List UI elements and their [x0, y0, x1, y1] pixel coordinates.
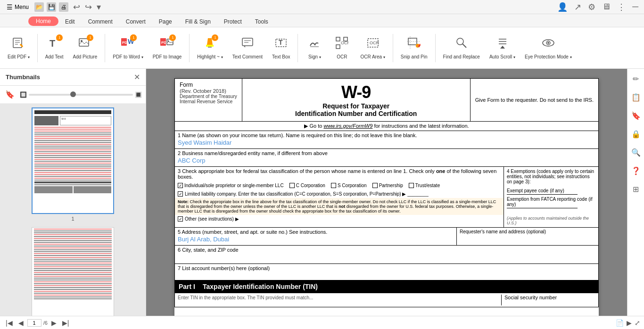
tab-protect[interactable]: Protect — [217, 16, 248, 27]
tin-row: Enter TIN in the appropriate box. The TI… — [174, 293, 599, 307]
field3-label: 3 Check appropriate box for federal tax … — [175, 167, 504, 181]
field2-row: 2 Business name/disregarded entity name,… — [174, 148, 599, 166]
zoom-in-icon: 🔳 — [135, 91, 142, 98]
account-icon[interactable]: 👤 — [555, 1, 570, 13]
right-stamp-icon[interactable]: 🔒 — [629, 128, 643, 140]
next-page-button[interactable]: ▶ — [50, 318, 58, 328]
share-icon[interactable]: ↗ — [572, 1, 583, 13]
form-subtitle: Identification Number and Certification — [246, 110, 466, 117]
highlight-tool[interactable]: 1 Highlight ~ ▾ — [193, 30, 226, 66]
separator-5 — [393, 34, 393, 62]
tab-comment[interactable]: Comment — [82, 16, 119, 27]
undo-button[interactable]: ↩ — [71, 1, 82, 13]
tab-page[interactable]: Page — [152, 16, 179, 27]
tab-convert[interactable]: Convert — [119, 16, 152, 27]
right-bookmark-icon[interactable]: 🔖 — [629, 109, 643, 122]
more-icon[interactable]: ⋮ — [615, 1, 627, 13]
pdf-viewer[interactable]: Form (Rev. October 2018) Department of t… — [146, 69, 627, 316]
edit-pdf-tool[interactable]: Edit PDF ▾ — [4, 30, 33, 66]
sign-tool[interactable]: Sign ▾ — [302, 30, 327, 66]
history-dropdown[interactable]: ▾ — [95, 1, 103, 13]
social-label: Social security number — [504, 295, 557, 300]
form-revision: (Rev. October 2018) — [180, 88, 237, 94]
snip-pin-label: Snip and Pin — [401, 54, 428, 60]
text-comment-tool[interactable]: Text Comment — [229, 30, 266, 66]
toolbar: Edit PDF ▾ T + 1 Add Text + 1 Add Pictur… — [0, 27, 644, 69]
fatca-label: Exemption from FATCA reporting code (if … — [507, 197, 593, 207]
llc-row: ✓ Limited liability company. Enter the t… — [175, 190, 504, 198]
thumbnail-page-1[interactable]: W-9 — [4, 107, 142, 222]
right-help-icon[interactable]: ❓ — [629, 164, 643, 177]
cb-partnership — [372, 183, 378, 188]
current-page-input[interactable] — [27, 319, 41, 327]
right-grid-icon[interactable]: ⊞ — [631, 183, 641, 196]
tab-home[interactable]: Home — [28, 16, 58, 26]
fatca-note: (Applies to accounts maintained outside … — [507, 216, 595, 225]
thumbnail-page-2[interactable]: 2 — [4, 227, 142, 316]
field6-value — [178, 253, 595, 262]
fullscreen-icon[interactable]: ⤢ — [635, 319, 640, 327]
highlight-label: Highlight ~ ▾ — [197, 54, 223, 60]
redo-button[interactable]: ↪ — [83, 1, 94, 13]
cb-ccorp — [289, 183, 295, 188]
tab-fill-sign[interactable]: Fill & Sign — [179, 16, 217, 27]
thumbnail-image-1[interactable]: W-9 — [32, 107, 114, 214]
field6-label: 6 City, state, and ZIP code — [178, 247, 595, 253]
hamburger-icon: ☰ — [7, 3, 13, 11]
menu-button[interactable]: ☰ Menu — [4, 2, 32, 12]
ocr-area-label: OCR Area ▾ — [360, 54, 385, 60]
thumbnails-sidebar: Thumbnails ✕ 🔖 🔲 🔳 — [0, 69, 146, 316]
bookmark-icon[interactable]: 🔖 — [4, 89, 16, 100]
monitor-icon[interactable]: 🖥 — [600, 1, 612, 13]
find-replace-tool[interactable]: Find and Replace — [439, 30, 484, 66]
tin-instructions: Enter TIN in the appropriate box. The TI… — [178, 295, 501, 305]
field2-label: 2 Business name/disregarded entity name,… — [178, 150, 595, 156]
open-file-icon[interactable]: 📂 — [34, 2, 44, 12]
eye-protection-tool[interactable]: Eye Protection Mode ▾ — [521, 30, 576, 66]
right-edit-icon[interactable]: ✏ — [631, 73, 641, 85]
last-page-button[interactable]: ▶| — [60, 318, 71, 328]
play-icon[interactable]: ▶ — [627, 319, 632, 327]
svg-text:T: T — [279, 39, 283, 46]
save-icon[interactable]: 💾 — [47, 2, 56, 12]
zoom-thumb[interactable] — [70, 91, 76, 97]
minimize-button[interactable]: ─ — [630, 1, 640, 13]
right-search-icon[interactable]: 🔍 — [629, 146, 643, 159]
page-navigation: |◀ ◀ /6 ▶ ▶| — [4, 318, 71, 328]
eye-protection-label: Eye Protection Mode ▾ — [525, 54, 572, 60]
ocr-area-tool[interactable]: OCR OCR Area ▾ — [356, 30, 388, 66]
settings-icon[interactable]: ⚙ — [586, 1, 597, 13]
tab-edit[interactable]: Edit — [58, 16, 82, 27]
auto-scroll-tool[interactable]: Auto Scroll ▾ — [486, 30, 519, 66]
ocr-label: OCR — [337, 54, 347, 60]
thumb-content-1: W-9 — [33, 108, 113, 213]
text-box-icon: T — [274, 36, 288, 52]
tab-tools[interactable]: Tools — [248, 16, 275, 27]
prev-page-button[interactable]: ◀ — [17, 318, 25, 328]
zoom-out-icon: 🔲 — [20, 91, 27, 98]
zoom-track[interactable] — [29, 94, 133, 96]
option-ccorp: C Corporation — [289, 183, 325, 188]
ocr-tool[interactable]: OCR OCR — [329, 30, 355, 66]
pdf-to-image-tool[interactable]: PDF 1 PDF to Image — [149, 30, 186, 66]
print-icon[interactable]: 🖨 — [59, 2, 68, 12]
text-box-tool[interactable]: T Text Box — [268, 30, 294, 66]
sidebar-tools: 🔖 🔲 🔳 — [0, 86, 146, 104]
field4-label: 4 Exemptions (codes apply only to certai… — [507, 169, 595, 184]
page-view-icon[interactable]: 📄 — [616, 319, 624, 327]
pdf-to-word-tool[interactable]: PDFW1 1 PDF to Word ▾ — [109, 30, 147, 66]
url-prefix: ▶ Go to — [304, 123, 323, 129]
first-page-button[interactable]: |◀ — [4, 318, 15, 328]
right-clipboard-icon[interactable]: 📋 — [629, 91, 643, 104]
requester-block: Requester's name and address (optional) — [457, 228, 598, 245]
close-sidebar-button[interactable]: ✕ — [134, 73, 140, 82]
snip-pin-tool[interactable]: 📌 Snip and Pin — [397, 30, 431, 66]
eye-protection-icon — [541, 36, 556, 52]
field1-row: 1 Name (as shown on your income tax retu… — [174, 131, 599, 148]
thumbnail-image-2[interactable] — [32, 227, 114, 316]
other-row: ✓ Other (see instructions) ▶ — [175, 215, 504, 223]
add-text-tool[interactable]: T + 1 Add Text — [41, 30, 67, 66]
pdf-to-image-label: PDF to Image — [153, 54, 182, 60]
field1-value: Syed Wasim Haidar — [178, 138, 595, 147]
add-picture-tool[interactable]: + 1 Add Picture — [69, 30, 101, 66]
